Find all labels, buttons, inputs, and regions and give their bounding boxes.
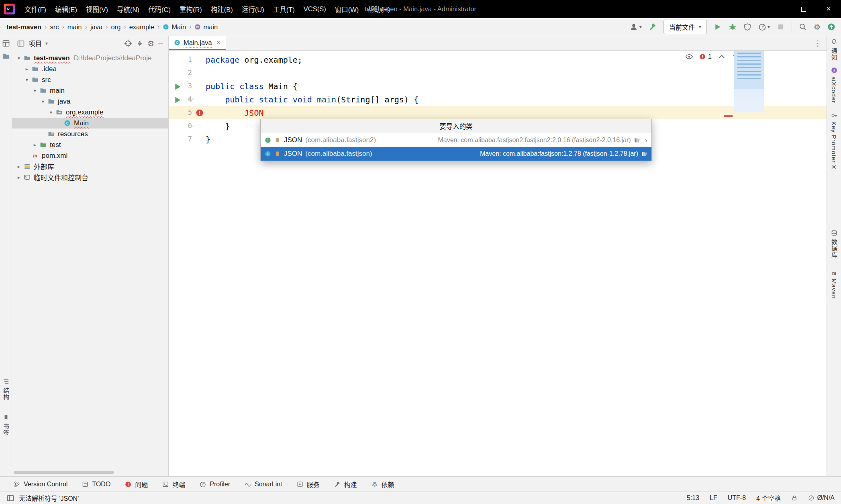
chevron-down-icon[interactable]: ▾ bbox=[639, 24, 642, 30]
tab-options-icon[interactable]: ⋮ bbox=[809, 36, 827, 50]
code-line[interactable]: 2 bbox=[169, 66, 827, 80]
tree-item[interactable]: ▸test bbox=[12, 139, 168, 150]
code-line[interactable]: 5 JSON bbox=[169, 106, 827, 119]
tree-item[interactable]: ▾src bbox=[12, 74, 168, 85]
toolwindow-button[interactable]: 结构 bbox=[2, 378, 10, 400]
menu-item[interactable]: 代码(C) bbox=[144, 0, 175, 18]
toolwindow-button[interactable]: Version Control bbox=[14, 481, 67, 488]
menu-item[interactable]: 构建(B) bbox=[206, 0, 237, 18]
breadcrumb-item[interactable]: CMain bbox=[163, 23, 186, 31]
chevron-down-icon[interactable]: ▾ bbox=[22, 77, 31, 83]
toolwindow-button[interactable]: 终端 bbox=[162, 480, 185, 489]
popup-item[interactable]: CJSON(com.alibaba.fastjson)Maven: com.al… bbox=[261, 147, 651, 161]
hide-panel-button[interactable]: ─ bbox=[158, 39, 163, 47]
coverage-button[interactable] bbox=[743, 23, 751, 31]
breadcrumb-item[interactable]: org bbox=[111, 23, 120, 31]
run-configuration-select[interactable]: 当前文件 ▾ bbox=[663, 20, 707, 34]
toolwindow-button[interactable]: 依赖 bbox=[372, 480, 394, 489]
tree-item[interactable]: ▸外部库 bbox=[12, 161, 168, 172]
code-line[interactable]: 3public class Main { bbox=[169, 80, 827, 93]
search-everywhere-button[interactable] bbox=[799, 23, 807, 31]
toolwindow-button[interactable]: TODO bbox=[82, 481, 110, 488]
status-item[interactable] bbox=[791, 495, 798, 501]
chevron-down-icon[interactable]: ▾ bbox=[45, 41, 48, 46]
build-project-button[interactable] bbox=[649, 23, 657, 31]
toolwindow-switch-icon[interactable] bbox=[2, 39, 10, 47]
tree-item[interactable]: ▸.idea bbox=[12, 63, 168, 74]
chevron-right-icon[interactable]: ▸ bbox=[14, 163, 23, 169]
status-item[interactable]: Ø/N/A bbox=[808, 494, 835, 502]
tree-item[interactable]: ▾test-mavenD:\IdeaProjects\IdeaProje bbox=[12, 53, 168, 63]
toolwindow-toggle-icon[interactable] bbox=[6, 494, 14, 502]
breadcrumb-item[interactable]: src bbox=[50, 23, 59, 31]
toolwindow-button[interactable]: aaiXcoder bbox=[831, 67, 837, 103]
tree-item[interactable]: resources bbox=[12, 129, 168, 139]
toolwindow-button[interactable]: mMaven bbox=[831, 269, 837, 299]
error-gutter-icon[interactable] bbox=[196, 109, 204, 117]
tree-item[interactable]: ▸临时文件和控制台 bbox=[12, 172, 168, 183]
status-item[interactable]: UTF-8 bbox=[728, 494, 746, 502]
breadcrumb-item[interactable]: mmain bbox=[194, 23, 218, 31]
popup-item[interactable]: IJSON(com.alibaba.fastjson2)Maven: com.a… bbox=[261, 133, 651, 147]
close-icon[interactable]: × bbox=[216, 39, 220, 47]
menu-item[interactable]: 编辑(E) bbox=[51, 0, 82, 18]
menu-item[interactable]: 运行(U) bbox=[237, 0, 269, 18]
toolwindow-button[interactable]: 构建 bbox=[334, 480, 357, 489]
highlight-level-icon[interactable] bbox=[685, 53, 693, 61]
status-item[interactable]: 5:13 bbox=[687, 494, 699, 502]
toolwindow-button[interactable]: 书签 bbox=[2, 414, 10, 436]
breadcrumb-item[interactable]: main bbox=[67, 23, 82, 31]
panel-settings-button[interactable]: ⚙ bbox=[147, 39, 154, 47]
toolwindow-button[interactable]: SonarLint bbox=[245, 481, 282, 488]
update-icon[interactable] bbox=[827, 23, 835, 31]
debug-button[interactable] bbox=[729, 23, 737, 31]
breadcrumb-item[interactable]: java bbox=[90, 23, 102, 31]
tree-item[interactable]: mpom.xml bbox=[12, 150, 168, 161]
run-button[interactable] bbox=[714, 23, 722, 31]
toolwindow-button[interactable]: 问题 bbox=[125, 480, 148, 489]
menu-item[interactable]: 视图(V) bbox=[82, 0, 112, 18]
horizontal-scrollbar[interactable] bbox=[14, 471, 114, 474]
chevron-down-icon[interactable]: ▾ bbox=[768, 24, 770, 30]
tab-main-java[interactable]: C Main.java × bbox=[169, 36, 226, 50]
tree-item[interactable]: ▾main bbox=[12, 85, 168, 96]
code-line[interactable]: 4 public static void main(String[] args)… bbox=[169, 93, 827, 106]
menu-item[interactable]: 工具(T) bbox=[269, 0, 299, 18]
menu-item[interactable]: 导航(N) bbox=[112, 0, 144, 18]
profiler-button[interactable] bbox=[758, 23, 766, 31]
minimize-button[interactable] bbox=[766, 0, 791, 18]
toolwindow-button[interactable]: Key Promoter X bbox=[831, 112, 837, 169]
code-editor[interactable]: 1 1package org.example;23public class Ma… bbox=[169, 51, 827, 476]
chevron-down-icon[interactable]: ▾ bbox=[14, 55, 23, 61]
close-button[interactable]: × bbox=[816, 0, 841, 18]
user-icon[interactable] bbox=[630, 23, 638, 31]
toolwindow-button[interactable]: 通知 bbox=[830, 39, 838, 61]
collapse-all-button[interactable] bbox=[136, 39, 144, 47]
chevron-right-icon[interactable]: ▸ bbox=[14, 174, 23, 180]
chevron-down-icon[interactable]: ▾ bbox=[39, 98, 47, 104]
chevron-down-icon[interactable]: ▾ bbox=[31, 88, 39, 94]
menu-item[interactable]: VCS(S) bbox=[299, 0, 331, 18]
chevron-right-icon[interactable]: › bbox=[645, 136, 647, 145]
menu-item[interactable]: 重构(R) bbox=[175, 0, 206, 18]
previous-error-icon[interactable] bbox=[718, 53, 726, 61]
status-item[interactable]: 4 个空格 bbox=[756, 493, 781, 503]
breadcrumb-item[interactable]: example bbox=[129, 23, 154, 31]
chevron-down-icon[interactable]: ▾ bbox=[47, 109, 55, 115]
maximize-button[interactable] bbox=[791, 0, 816, 18]
toolwindow-button[interactable]: 数据库 bbox=[830, 230, 838, 258]
code-minimap[interactable] bbox=[734, 51, 764, 112]
menu-item[interactable]: 窗口(W) bbox=[331, 0, 363, 18]
run-gutter-icon[interactable] bbox=[174, 96, 182, 104]
select-opened-file-button[interactable] bbox=[124, 39, 132, 47]
chevron-right-icon[interactable]: ▸ bbox=[31, 142, 39, 148]
tree-item[interactable]: ▾java bbox=[12, 96, 168, 107]
tree-item[interactable]: ▾org.example bbox=[12, 107, 168, 118]
run-gutter-icon[interactable] bbox=[174, 83, 182, 91]
toolwindow-button[interactable]: 服务 bbox=[297, 480, 320, 489]
error-count-badge[interactable]: 1 bbox=[699, 53, 712, 60]
chevron-right-icon[interactable]: ▸ bbox=[22, 66, 31, 72]
stop-button[interactable] bbox=[777, 23, 785, 31]
project-panel-title[interactable]: 项目 bbox=[29, 39, 42, 48]
tree-item[interactable]: CMain bbox=[12, 118, 168, 129]
